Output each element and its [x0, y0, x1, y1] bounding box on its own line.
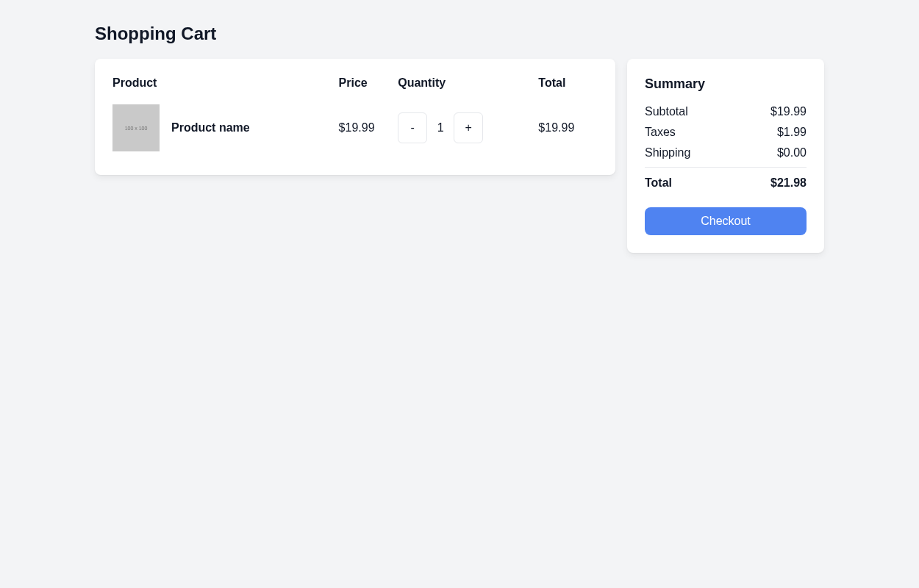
summary-divider [645, 167, 807, 168]
subtotal-label: Subtotal [645, 105, 688, 118]
summary-card: Summary Subtotal $19.99 Taxes $1.99 Ship… [627, 59, 824, 253]
product-line-total: $19.99 [538, 121, 574, 134]
total-label: Total [645, 176, 672, 190]
subtotal-value: $19.99 [770, 105, 807, 118]
shipping-label: Shipping [645, 146, 690, 159]
increase-quantity-button[interactable]: + [454, 112, 483, 143]
col-header-price: Price [339, 76, 398, 98]
col-header-quantity: Quantity [398, 76, 538, 98]
product-name: Product name [171, 121, 250, 135]
cart-items-card: Product Price Quantity Total 100 x 100 P… [95, 59, 615, 175]
shipping-value: $0.00 [777, 146, 807, 159]
decrease-quantity-button[interactable]: - [398, 112, 427, 143]
cart-table: Product Price Quantity Total 100 x 100 P… [112, 76, 598, 157]
quantity-value: 1 [436, 121, 445, 135]
summary-title: Summary [645, 76, 807, 92]
total-value: $21.98 [770, 176, 807, 190]
product-price: $19.99 [339, 121, 375, 134]
checkout-button[interactable]: Checkout [645, 207, 807, 235]
quantity-stepper: - 1 + [398, 112, 538, 143]
col-header-product: Product [112, 76, 339, 98]
taxes-label: Taxes [645, 126, 676, 139]
taxes-value: $1.99 [777, 126, 807, 139]
col-header-total: Total [538, 76, 598, 98]
page-title: Shopping Cart [95, 24, 824, 44]
table-row: 100 x 100 Product name $19.99 - 1 + [112, 98, 598, 157]
product-image-placeholder: 100 x 100 [112, 104, 160, 151]
